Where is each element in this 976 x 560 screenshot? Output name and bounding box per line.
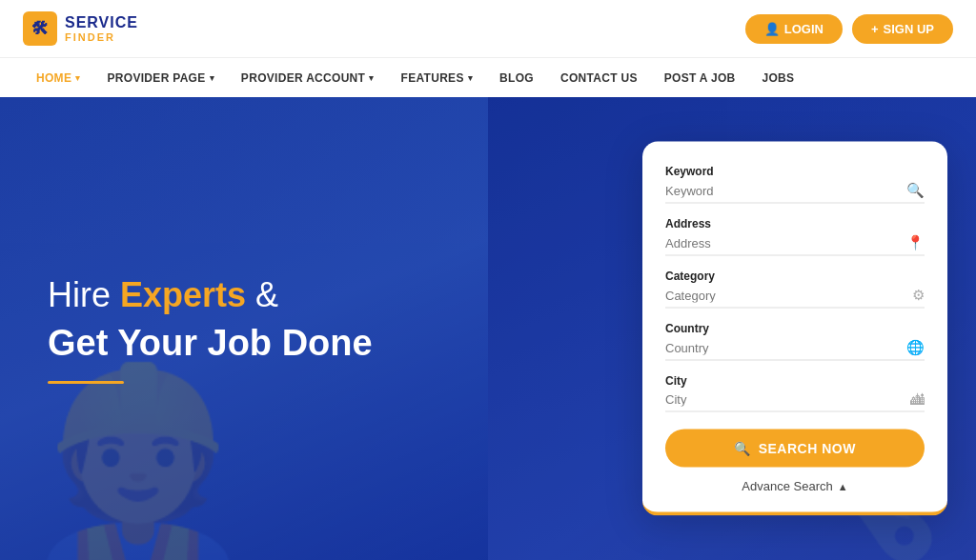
country-label: Country [665,322,925,335]
login-icon: 👤 [764,22,780,36]
search-card: Keyword 🔍 Address 📍 Category ⚙ Country [642,142,947,516]
nav-item-features[interactable]: FEATURES ▾ [388,58,487,98]
address-input[interactable] [665,235,906,250]
city-input[interactable] [665,392,910,407]
nav-provider-account-label: PROVIDER ACCOUNT [241,71,365,85]
search-icon: 🔍 [906,182,925,199]
chevron-down-icon: ▾ [75,73,80,83]
main-nav: HOME ▾ PROVIDER PAGE ▾ PROVIDER ACCOUNT … [0,57,976,97]
hero-line1-end: & [246,275,278,314]
category-input-wrap: ⚙ [665,287,925,309]
hero-divider [48,381,124,384]
nav-item-post-job[interactable]: POST A JOB [651,58,749,98]
logo[interactable]: 🛠 SERVICE FINDER [23,11,138,46]
nav-provider-page-label: PROVIDER PAGE [108,71,206,85]
logo-text: SERVICE FINDER [65,14,138,43]
category-input[interactable] [665,288,912,302]
search-now-button[interactable]: 🔍 SEARCH NOW [665,430,925,468]
nav-item-blog[interactable]: BLOG [486,58,547,98]
login-label: LOGIN [784,22,824,36]
city-label: City [665,374,925,388]
nav-item-provider-page[interactable]: PROVIDER PAGE ▾ [94,58,228,98]
search-btn-icon: 🔍 [734,441,751,456]
signup-label: SIGN UP [884,22,934,36]
nav-item-home[interactable]: HOME ▾ [23,58,94,98]
category-field: Category ⚙ [665,270,925,309]
city-icon: 🏙 [910,391,925,408]
chevron-down-icon: ▾ [210,73,214,83]
logo-icon: 🛠 [23,11,57,46]
city-input-wrap: 🏙 [665,391,925,412]
address-input-wrap: 📍 [665,234,925,256]
nav-item-contact[interactable]: CONTACT US [547,58,651,98]
city-field: City 🏙 [665,374,925,412]
country-input-wrap: 🌐 [665,339,925,361]
location-icon: 📍 [906,234,925,251]
signup-icon: + [871,22,879,36]
hero-line1-plain: Hire [48,275,120,314]
keyword-input-wrap: 🔍 [665,182,925,204]
advance-search-label: Advance Search [742,479,832,493]
hero-section: Hire Experts & Get Your Job Done Keyword… [0,97,976,560]
nav-features-label: FEATURES [401,71,464,85]
nav-item-provider-account[interactable]: PROVIDER ACCOUNT ▾ [228,58,388,98]
logo-finder: FINDER [65,31,138,43]
search-btn-label: SEARCH NOW [759,441,856,456]
nav-home-label: HOME [36,71,71,85]
keyword-field: Keyword 🔍 [665,165,925,204]
chevron-down-icon: ▾ [468,73,473,83]
country-field: Country 🌐 [665,322,925,361]
header: 🛠 SERVICE FINDER 👤 LOGIN + SIGN UP [0,0,976,57]
address-label: Address [665,217,925,230]
caret-up-icon: ▲ [838,480,848,491]
nav-item-jobs[interactable]: JOBS [749,58,808,98]
nav-post-job-label: POST A JOB [664,71,736,85]
logo-tool-icon: 🛠 [31,19,49,39]
nav-contact-label: CONTACT US [560,71,638,85]
category-label: Category [665,270,925,283]
address-field: Address 📍 [665,217,925,256]
logo-service: SERVICE [65,14,138,31]
header-buttons: 👤 LOGIN + SIGN UP [745,14,953,44]
category-icon: ⚙ [912,287,925,304]
hero-line1-highlight: Experts [120,275,246,314]
globe-icon: 🌐 [906,339,925,356]
keyword-label: Keyword [665,165,925,178]
chevron-down-icon: ▾ [369,73,374,83]
signup-button[interactable]: + SIGN UP [852,14,953,44]
nav-blog-label: BLOG [499,71,534,85]
advance-search[interactable]: Advance Search ▲ [665,479,925,493]
keyword-input[interactable] [665,183,906,197]
nav-jobs-label: JOBS [762,71,795,85]
country-input[interactable] [665,340,906,354]
login-button[interactable]: 👤 LOGIN [745,14,843,44]
